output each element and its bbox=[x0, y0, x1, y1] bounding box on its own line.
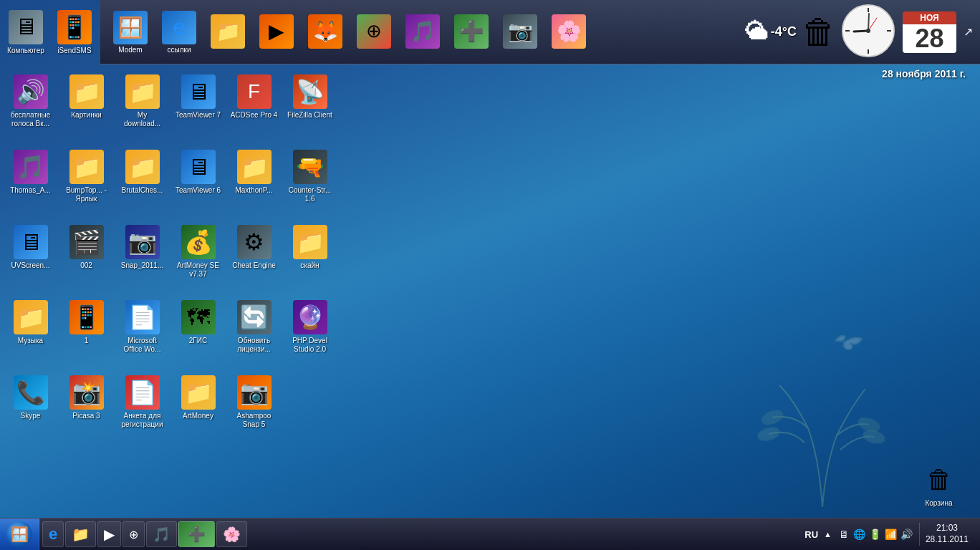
icon-kartinki[interactable]: 📁 Картинки bbox=[59, 72, 113, 122]
icon-brutalches[interactable]: 📁 BrutalChes... bbox=[115, 147, 169, 198]
icon-filezilla[interactable]: 📡 FileZilla Client bbox=[283, 72, 337, 122]
taskbar-ie-icon[interactable]: e ссылки bbox=[156, 9, 202, 55]
tray-arrow[interactable]: ▲ bbox=[824, 530, 832, 539]
icon-2gis[interactable]: 🗺 2ГИС bbox=[171, 297, 225, 348]
icon-skayn[interactable]: 📁 скайн bbox=[283, 222, 337, 273]
icon-acdsee[interactable]: F ACDSee Pro 4 bbox=[227, 72, 281, 122]
taskbar-music-icon[interactable]: 🎵 bbox=[400, 9, 446, 55]
icon-bumptop[interactable]: 📁 BumpTop... - Ярлык bbox=[59, 147, 113, 206]
skayn-label: скайн bbox=[300, 261, 319, 270]
tray-sound-icon[interactable]: 🔊 bbox=[900, 528, 913, 541]
left-sidebar: 🖥 Компьютер 📱 iSendSMS bbox=[0, 0, 100, 64]
recycle-bin-desktop[interactable]: 🗑 Корзина bbox=[912, 460, 966, 511]
start-button[interactable]: 🪟 bbox=[0, 518, 39, 551]
2gis-label: 2ГИС bbox=[189, 337, 207, 345]
snap2011-icon: 📷 bbox=[125, 225, 160, 259]
ashampoo-icon: 📷 bbox=[237, 375, 272, 410]
calendar-widget: НОЯ 28 bbox=[903, 4, 956, 61]
taskbar-firefox-icon[interactable]: 🦊 bbox=[302, 9, 348, 55]
icon-skype[interactable]: 📞 Skype bbox=[4, 372, 57, 423]
clock-widget bbox=[841, 4, 898, 61]
trash-widget-top[interactable]: 🗑 bbox=[801, 7, 837, 57]
cs16-icon: 🔫 bbox=[293, 150, 327, 184]
2gis-icon: 🗺 bbox=[181, 300, 216, 334]
icon-002[interactable]: 🎬 002 bbox=[59, 222, 113, 273]
icon-ashampoo[interactable]: 📷 Ashampoo Snap 5 bbox=[227, 372, 281, 432]
mydownload-label: My download... bbox=[118, 111, 166, 128]
windows-label: Modem bbox=[118, 46, 142, 54]
1-icon: 📱 bbox=[69, 300, 104, 334]
taskbar-right: RU ▲ 🖥 🌐 🔋 📶 🔊 21:03 28.11.2011 bbox=[802, 518, 980, 550]
icon-1[interactable]: 📱 1 bbox=[59, 297, 113, 348]
top-taskbar: 🪟 Modem e ссылки 📁 ▶ 🦊 ⊕ 🎵 ➕ 📷 🌸 🌥 bbox=[100, 0, 980, 64]
msoffice-label: Microsoft Office Wo... bbox=[118, 337, 166, 354]
anketa-icon: 📄 bbox=[125, 375, 160, 410]
taskbar-flower-icon[interactable]: 🌸 bbox=[546, 9, 592, 55]
icon-snap2011[interactable]: 📷 Snap_2011... bbox=[115, 222, 169, 273]
lang-indicator: RU bbox=[802, 529, 821, 540]
taskbar-media-icon[interactable]: ▶ bbox=[254, 9, 299, 55]
kartinki-icon: 📁 bbox=[69, 74, 104, 109]
icon-phpdevel[interactable]: 🔮 PHP Devel Studio 2.0 bbox=[283, 297, 337, 357]
taskbar-camera-icon[interactable]: 📷 bbox=[497, 9, 543, 55]
obnovit-label: Обновить лицензи... bbox=[230, 337, 278, 354]
maxthon-icon: 📁 bbox=[237, 150, 272, 184]
ashampoo-label: Ashampoo Snap 5 bbox=[230, 412, 278, 429]
cheatengine-icon: ⚙ bbox=[237, 225, 272, 259]
windows-icon: 🪟 bbox=[113, 11, 148, 44]
icon-teamviewer7[interactable]: 🖥 TeamViewer 7 bbox=[171, 72, 225, 122]
taskbar-folder-icon[interactable]: 📁 bbox=[205, 9, 251, 55]
cursor-icon: ↗ bbox=[964, 25, 973, 39]
taskbar-items: e 📁 ▶ ⊕ 🎵 ➕ 🌸 bbox=[39, 518, 802, 550]
tray-monitor-icon[interactable]: 🖥 bbox=[837, 528, 850, 541]
icon-muzyka[interactable]: 📁 Музыка bbox=[4, 297, 57, 348]
icon-artmoney-se[interactable]: 💰 ArtMoney SE v7.37 bbox=[171, 222, 225, 281]
artmoney2-label: ArtMoney bbox=[183, 412, 213, 420]
calendar-day: 28 bbox=[903, 24, 956, 53]
recycle-bin-icon: 🗑 bbox=[922, 463, 956, 497]
icon-anketa[interactable]: 📄 Анкета для регистрации bbox=[115, 372, 169, 432]
tray-network-icon[interactable]: 🌐 bbox=[853, 528, 866, 541]
icon-uvscreen[interactable]: 🖥 UVScreen... bbox=[4, 222, 57, 273]
besplatnye-icon: 🔊 bbox=[14, 74, 48, 109]
music-icon: 🎵 bbox=[405, 14, 440, 49]
desktop-icons-area: 🔊 бесплатные голоса Вк... 📁 Картинки 📁 M… bbox=[0, 68, 980, 518]
desktop-icon-computer[interactable]: 🖥 Компьютер bbox=[3, 7, 49, 58]
weather-area: 🌥 -4°C 🗑 bbox=[745, 4, 973, 61]
taskbar-greenplus-btn[interactable]: ➕ bbox=[178, 521, 215, 547]
cheatengine-label: Cheat Engine bbox=[232, 261, 276, 270]
acdsee-label: ACDSee Pro 4 bbox=[231, 111, 278, 120]
taskbar-ie-btn[interactable]: e bbox=[42, 521, 64, 547]
icon-maxthon[interactable]: 📁 MaxthonP... bbox=[227, 147, 281, 198]
taskbar-chrome-icon[interactable]: ⊕ bbox=[351, 9, 397, 55]
icon-msoffice[interactable]: 📄 Microsoft Office Wo... bbox=[115, 297, 169, 357]
taskbar-folder-btn[interactable]: 📁 bbox=[65, 521, 96, 547]
icon-picasa3[interactable]: 📸 Picasa 3 bbox=[59, 372, 113, 423]
icon-artmoney2[interactable]: 📁 ArtMoney bbox=[171, 372, 225, 423]
tray-signal-icon[interactable]: 📶 bbox=[885, 528, 898, 541]
tray-battery-icon[interactable]: 🔋 bbox=[869, 528, 882, 541]
desktop-icon-isendsms[interactable]: 📱 iSendSMS bbox=[52, 7, 97, 58]
teamviewer6-icon: 🖥 bbox=[181, 150, 216, 184]
taskbar-flower-btn[interactable]: 🌸 bbox=[216, 521, 247, 547]
taskbar-chrome-btn[interactable]: ⊕ bbox=[123, 521, 145, 547]
icon-cheat-engine[interactable]: ⚙ Cheat Engine bbox=[227, 222, 281, 273]
icon-obnovit[interactable]: 🔄 Обновить лицензи... bbox=[227, 297, 281, 357]
skayn-icon: 📁 bbox=[293, 225, 327, 259]
icon-thomas[interactable]: 🎵 Thomas_A... bbox=[4, 147, 57, 198]
taskbar-greenplus-icon[interactable]: ➕ bbox=[448, 9, 494, 55]
icon-cs16[interactable]: 🔫 Counter-Str... 1.6 bbox=[283, 147, 337, 206]
taskbar-windows-icon[interactable]: 🪟 Modem bbox=[107, 9, 153, 55]
taskbar-date: 28.11.2011 bbox=[926, 534, 969, 546]
icon-teamviewer6[interactable]: 🖥 TeamViewer 6 bbox=[171, 147, 225, 198]
acdsee-icon: F bbox=[237, 74, 272, 109]
taskbar-music-btn[interactable]: 🎵 bbox=[146, 521, 177, 547]
icon-mydownload[interactable]: 📁 My download... bbox=[115, 72, 169, 131]
media-icon: ▶ bbox=[259, 14, 294, 49]
002-icon: 🎬 bbox=[69, 225, 104, 259]
taskbar-media-btn[interactable]: ▶ bbox=[97, 521, 121, 547]
icon-besplatnye[interactable]: 🔊 бесплатные голоса Вк... bbox=[4, 72, 57, 131]
folder-icon: 📁 bbox=[211, 14, 245, 49]
firefox-icon: 🦊 bbox=[308, 14, 342, 49]
clock-display[interactable]: 21:03 28.11.2011 bbox=[919, 523, 974, 545]
